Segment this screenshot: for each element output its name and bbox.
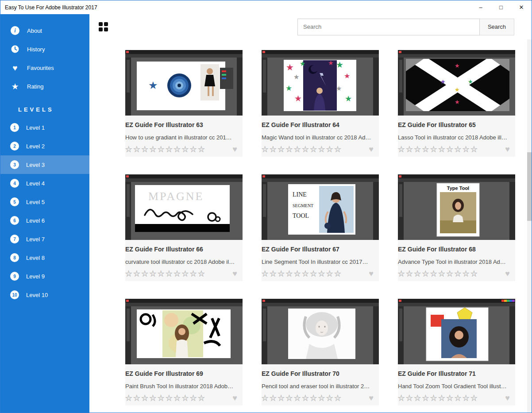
sidebar-item-level-6[interactable]: 6 Level 6 (0, 211, 89, 230)
illustrator-thumbnail-image: MPAGNE (125, 174, 243, 240)
sidebar-item-label: About (27, 27, 42, 34)
guide-card[interactable]: LINE SEGMENT TOOL EZ Guide For Illustrat… (262, 174, 379, 281)
illustrator-thumbnail-image: ★ (125, 50, 243, 116)
svg-text:★: ★ (344, 72, 350, 80)
history-icon (10, 44, 20, 54)
card-thumbnail[interactable]: ★ (125, 50, 243, 116)
sidebar-item-label: Rating (27, 83, 44, 90)
rating-stars[interactable]: ★★★★★★★★★★ (125, 394, 206, 402)
guide-card[interactable]: EZ Guide For Illustrator 70 Pencil tool … (262, 299, 379, 405)
rating-stars[interactable]: ★★★★★★★★★★ (262, 270, 342, 278)
illustrator-thumbnail-image: Type Tool (398, 174, 515, 240)
card-thumbnail[interactable]: Type Tool (398, 174, 515, 240)
card-description: Magic Wand tool in illustrator cc 2018 A… (262, 134, 379, 141)
illustrator-thumbnail-image: LINE SEGMENT TOOL (262, 174, 379, 240)
sidebar-item-rating[interactable]: ★ Rating (0, 77, 89, 96)
search-input[interactable] (297, 19, 480, 35)
sidebar-item-level-3[interactable]: 3 Level 3 (0, 155, 89, 174)
scrollbar-thumb[interactable] (527, 152, 532, 221)
card-thumbnail[interactable] (125, 299, 243, 364)
window-title: Easy To Use For Adobe Illustrator 2017 (0, 4, 97, 11)
card-thumbnail[interactable]: LINE SEGMENT TOOL (262, 174, 379, 240)
rating-stars[interactable]: ★★★★★★★★★★ (125, 270, 206, 278)
sidebar-item-label: Level 5 (26, 199, 45, 205)
card-description: Pencil tool and eraser tool in illustrat… (262, 383, 379, 390)
guide-card[interactable]: Type Tool EZ Guide For Illustrator 68 Ad… (398, 174, 515, 281)
favourite-heart-icon[interactable]: ♥ (232, 394, 237, 402)
sidebar-item-level-7[interactable]: 7 Level 7 (0, 230, 89, 248)
svg-text:SEGMENT: SEGMENT (293, 203, 313, 208)
sidebar: i About History ♥ Favourites ★ Rating LE… (0, 14, 89, 413)
rating-stars[interactable]: ★★★★★★★★★★ (398, 270, 478, 278)
card-title: EZ Guide For Illustrator 69 (125, 370, 243, 377)
card-thumbnail[interactable]: MPAGNE (125, 174, 243, 240)
sidebar-item-level-2[interactable]: 2 Level 2 (0, 137, 89, 155)
maximize-button[interactable]: □ (491, 0, 511, 14)
illustrator-thumbnail-image (398, 299, 515, 364)
svg-text:★: ★ (148, 79, 158, 91)
sidebar-item-history[interactable]: History (0, 40, 89, 58)
card-description: Lasso Tool in illustrator cc 2018 Adobe … (398, 134, 515, 141)
guide-card[interactable]: MPAGNE EZ Guide For Illustrator 66 curva… (125, 174, 243, 281)
sidebar-item-favourites[interactable]: ♥ Favourites (0, 58, 89, 77)
svg-text:★: ★ (300, 60, 305, 67)
rating-stars[interactable]: ★★★★★★★★★★ (125, 146, 206, 153)
svg-text:TOOL: TOOL (293, 212, 309, 219)
sidebar-item-level-5[interactable]: 5 Level 5 (0, 193, 89, 211)
sidebar-item-level-9[interactable]: 9 Level 9 (0, 267, 89, 286)
rating-stars[interactable]: ★★★★★★★★★★ (262, 146, 342, 153)
svg-text:MPAGNE: MPAGNE (148, 190, 204, 203)
card-thumbnail[interactable]: ★ ★ ★ ★ ★ ★ ★ ★ ★ ★ (262, 50, 379, 116)
sidebar-item-label: History (27, 46, 45, 53)
illustrator-thumbnail-image (262, 299, 379, 364)
card-thumbnail[interactable] (398, 299, 515, 364)
svg-text:★: ★ (294, 94, 302, 103)
heart-icon: ♥ (10, 63, 20, 73)
minimize-button[interactable]: – (470, 0, 491, 14)
sidebar-item-level-8[interactable]: 8 Level 8 (0, 248, 89, 267)
favourite-heart-icon[interactable]: ♥ (369, 394, 374, 402)
sidebar-item-label: Level 8 (26, 255, 45, 261)
sidebar-item-level-1[interactable]: 1 Level 1 (0, 118, 89, 137)
sidebar-item-level-4[interactable]: 4 Level 4 (0, 174, 89, 193)
level-number-badge: 2 (10, 142, 19, 151)
sidebar-item-label: Level 4 (26, 180, 45, 187)
svg-text:★: ★ (336, 60, 343, 69)
sidebar-item-label: Level 9 (26, 273, 45, 280)
svg-text:★: ★ (455, 62, 460, 69)
favourite-heart-icon[interactable]: ♥ (232, 145, 237, 153)
level-number-badge: 3 (10, 160, 19, 169)
card-thumbnail[interactable] (262, 299, 379, 364)
favourite-heart-icon[interactable]: ♥ (505, 145, 510, 153)
scrollbar-track[interactable] (527, 39, 532, 413)
favourite-heart-icon[interactable]: ♥ (232, 270, 237, 278)
rating-stars[interactable]: ★★★★★★★★★★ (398, 146, 478, 153)
card-description: curvature tool illustrator cc 2018 Adobe… (125, 259, 243, 265)
favourite-heart-icon[interactable]: ♥ (369, 270, 374, 278)
guide-card[interactable]: ★ ★ ★ ★ ★ EZ Guide For Illustrator 65 La… (398, 50, 515, 157)
card-thumbnail[interactable]: ★ ★ ★ ★ ★ (398, 50, 515, 116)
svg-text:★: ★ (468, 78, 473, 85)
sidebar-item-level-10[interactable]: 10 Level 10 (0, 286, 89, 304)
card-description: Line Segment Tool In illustrator cc 2017… (262, 259, 379, 265)
guide-card[interactable]: ★ ★ ★ ★ ★ ★ ★ ★ ★ ★ EZ Guide For Illustr… (262, 50, 379, 157)
card-description: Paint Brush Tool In illustrator 2018 Ado… (125, 383, 243, 390)
guide-card[interactable]: EZ Guide For Illustrator 71 Hand Tool Zo… (398, 299, 515, 405)
level-number-badge: 9 (10, 272, 19, 281)
level-number-badge: 6 (10, 216, 19, 225)
rating-stars[interactable]: ★★★★★★★★★★ (398, 394, 478, 402)
grid-view-icon[interactable] (99, 22, 108, 32)
search-button[interactable]: Search (480, 19, 514, 35)
favourite-heart-icon[interactable]: ♥ (505, 270, 510, 278)
svg-text:★: ★ (345, 94, 352, 103)
favourite-heart-icon[interactable]: ♥ (505, 394, 510, 402)
sidebar-item-label: Level 6 (26, 217, 45, 224)
sidebar-item-about[interactable]: i About (0, 21, 89, 40)
card-title: EZ Guide For Illustrator 65 (398, 121, 515, 128)
guide-card[interactable]: EZ Guide For Illustrator 69 Paint Brush … (125, 299, 243, 405)
favourite-heart-icon[interactable]: ♥ (369, 145, 374, 153)
close-button[interactable]: ✕ (511, 0, 532, 14)
rating-stars[interactable]: ★★★★★★★★★★ (262, 394, 342, 402)
sidebar-item-label: Level 3 (26, 162, 45, 168)
guide-card[interactable]: ★ EZ Guide For Illustrator 63 How (125, 50, 243, 157)
